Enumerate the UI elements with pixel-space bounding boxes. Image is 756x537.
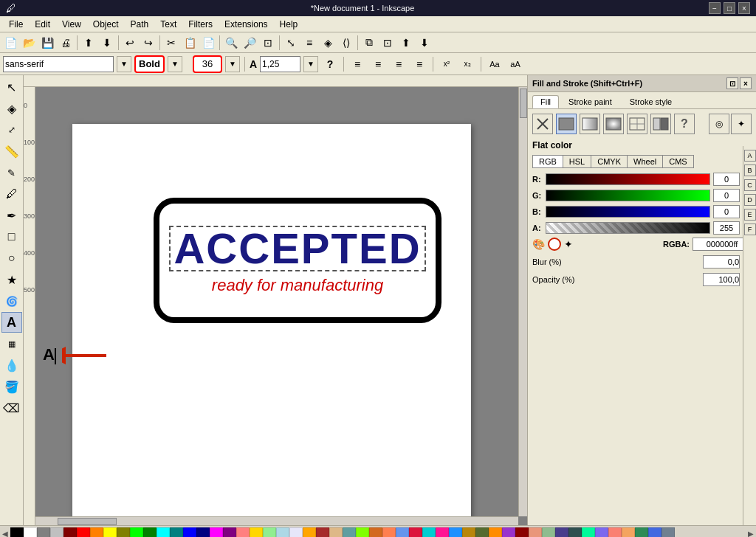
redo-button[interactable]: ↪ (140, 34, 157, 52)
palette-swatch[interactable] (449, 527, 462, 538)
palette-swatch[interactable] (303, 527, 316, 538)
font-name-input[interactable] (3, 56, 114, 72)
palette-swatch[interactable] (77, 527, 90, 538)
export-button[interactable]: ⬇ (98, 34, 116, 52)
paint-flat-button[interactable] (556, 114, 577, 134)
cut-button[interactable]: ✂ (162, 34, 180, 52)
circle-tool[interactable]: ○ (1, 248, 22, 268)
blue-slider[interactable] (546, 206, 710, 218)
star-tool[interactable]: ★ (1, 269, 22, 290)
paste-button[interactable]: 📄 (199, 34, 217, 52)
palette-swatch[interactable] (475, 527, 489, 538)
paint-none-button[interactable] (532, 114, 553, 134)
palette-swatch[interactable] (210, 527, 223, 538)
zoom-out-button[interactable]: 🔎 (241, 34, 258, 52)
palette-swatch[interactable] (662, 527, 675, 538)
font-size-input[interactable] (194, 58, 221, 69)
menu-path[interactable]: Path (125, 16, 155, 32)
green-value-input[interactable] (713, 189, 740, 202)
opacity-input[interactable] (703, 273, 740, 286)
palette-swatch[interactable] (250, 527, 263, 538)
tab-stroke-paint[interactable]: Stroke paint (560, 95, 620, 108)
palette-swatch[interactable] (157, 527, 170, 538)
maximize-button[interactable]: □ (724, 2, 735, 14)
undo-button[interactable]: ↩ (121, 34, 139, 52)
palette-swatch[interactable] (90, 527, 103, 538)
blue-value-input[interactable] (713, 205, 740, 218)
align-justify-button[interactable]: ≡ (410, 55, 428, 73)
close-button[interactable]: × (738, 2, 750, 14)
stamp-subtitle[interactable]: ready for manufacturing (212, 276, 383, 295)
palette-swatch[interactable] (515, 527, 529, 538)
palette-swatch[interactable] (502, 527, 515, 538)
menu-file[interactable]: File (3, 16, 29, 32)
palette-swatch[interactable] (422, 527, 436, 538)
palette-swatch[interactable] (236, 527, 250, 538)
palette-swatch[interactable] (37, 527, 50, 538)
strip-btn-6[interactable]: F (744, 224, 756, 235)
save-button[interactable]: 💾 (38, 34, 56, 52)
palette-swatch[interactable] (50, 527, 63, 538)
eraser-tool[interactable]: ⌫ (1, 398, 22, 418)
ungroup-button[interactable]: ⊡ (379, 34, 396, 52)
strip-btn-3[interactable]: C (744, 179, 756, 191)
paint-unknown-button[interactable]: ? (674, 114, 695, 134)
stamp-title[interactable]: ACCEPTED (169, 226, 425, 271)
palette-swatch[interactable] (103, 527, 117, 538)
palette-swatch[interactable] (648, 527, 662, 538)
menu-filters[interactable]: Filters (182, 16, 219, 32)
text-size-up-button[interactable]: Aa (486, 55, 504, 73)
raise-button[interactable]: ⬆ (397, 34, 415, 52)
zoom-in-button[interactable]: 🔍 (222, 34, 240, 52)
select-tool[interactable]: ↖ (1, 77, 22, 97)
menu-edit[interactable]: Edit (29, 16, 56, 32)
rect-tool[interactable]: □ (1, 226, 22, 247)
menu-text[interactable]: Text (154, 16, 182, 32)
palette-swatch[interactable] (369, 527, 382, 538)
palette-swatch[interactable] (396, 527, 409, 538)
align-button[interactable]: ≡ (300, 34, 318, 52)
palette-swatch[interactable] (542, 527, 555, 538)
canvas[interactable]: ACCEPTED ready for manufacturing A (35, 87, 527, 525)
color-tab-wheel[interactable]: Wheel (627, 155, 663, 168)
group-button[interactable]: ⧉ (360, 34, 378, 52)
palette-swatch[interactable] (10, 527, 24, 538)
menu-extensions[interactable]: Extensions (219, 16, 274, 32)
zoom-fit-button[interactable]: ⊡ (259, 34, 277, 52)
minimize-button[interactable]: − (709, 2, 721, 14)
letter-spacing-dropdown[interactable]: ▼ (303, 56, 318, 72)
new-button[interactable]: 📄 (1, 34, 19, 52)
paint-linear-button[interactable] (580, 114, 600, 134)
palette-swatch[interactable] (130, 527, 143, 538)
color-tab-cms[interactable]: CMS (662, 155, 693, 168)
strip-btn-4[interactable]: D (744, 194, 756, 206)
align-right-button[interactable]: ≡ (390, 55, 408, 73)
palette-swatch[interactable] (568, 527, 582, 538)
import-button[interactable]: ⬆ (80, 34, 97, 52)
panel-detach-button[interactable]: ⊡ (726, 77, 738, 89)
palette-swatch[interactable] (263, 527, 276, 538)
paint-swatch-button[interactable] (650, 114, 671, 134)
font-size-dropdown[interactable]: ▼ (225, 56, 240, 72)
color-tab-hsl[interactable]: HSL (563, 155, 591, 168)
palette-swatch[interactable] (316, 527, 329, 538)
pen-tool[interactable]: 🖊 (1, 184, 22, 204)
dropper-tool[interactable]: 💧 (1, 355, 22, 375)
text-tool[interactable]: A (1, 312, 22, 333)
palette-swatch[interactable] (276, 527, 289, 538)
palette-swatch[interactable] (635, 527, 648, 538)
lower-button[interactable]: ⬇ (416, 34, 433, 52)
palette-swatch[interactable] (462, 527, 475, 538)
blur-input[interactable] (703, 255, 740, 268)
palette-swatch[interactable] (143, 527, 157, 538)
transform-button[interactable]: ⤡ (282, 34, 300, 52)
color-icon-palette[interactable]: 🎨 (532, 238, 545, 250)
text-size-down-button[interactable]: aA (506, 55, 524, 73)
color-icon-circle[interactable] (548, 238, 561, 251)
xml-editor-button[interactable]: ⟨⟩ (337, 34, 355, 52)
palette-swatch[interactable] (529, 527, 542, 538)
copy-button[interactable]: 📋 (181, 34, 199, 52)
palette-swatch[interactable] (356, 527, 369, 538)
color-tab-cmyk[interactable]: CMYK (591, 155, 628, 168)
alpha-slider[interactable] (546, 222, 710, 234)
